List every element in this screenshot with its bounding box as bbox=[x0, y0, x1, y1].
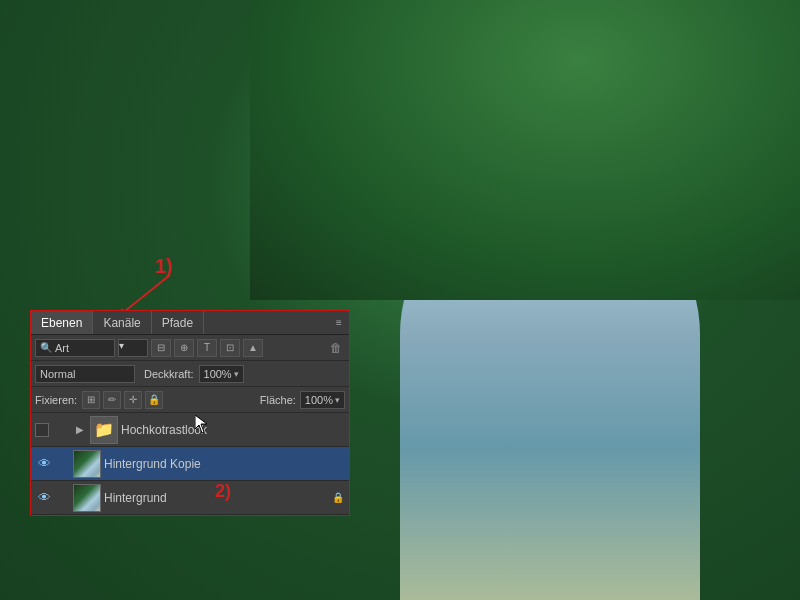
panel-menu-icon[interactable]: ≡ bbox=[329, 311, 349, 334]
layer-visibility-hintergrund[interactable]: 👁 bbox=[35, 489, 53, 507]
blend-mode-select[interactable]: Normal bbox=[35, 365, 135, 383]
fill-control[interactable]: 100% ▾ bbox=[300, 391, 345, 409]
lock-position-btn[interactable]: ✛ bbox=[124, 391, 142, 409]
lock-row: Fixieren: ⊞ ✏ ✛ 🔒 Fläche: 100% ▾ bbox=[31, 387, 349, 413]
layer-expand-hintergrund-kopie[interactable] bbox=[56, 455, 70, 473]
lock-paint-btn[interactable]: ✏ bbox=[103, 391, 121, 409]
layer-thumb-hochkotrastlook: 📁 bbox=[90, 416, 118, 444]
fill-label: Fläche: bbox=[260, 394, 296, 406]
filter-btn-smart[interactable]: ▲ bbox=[243, 339, 263, 357]
tab-kanaele[interactable]: Kanäle bbox=[93, 311, 151, 334]
fill-value: 100% bbox=[305, 394, 333, 406]
layer-expand-hintergrund[interactable] bbox=[56, 489, 70, 507]
opacity-value: 100% bbox=[204, 368, 232, 380]
layer-row-hintergrund-kopie[interactable]: 👁 Hintergrund Kopie bbox=[31, 447, 349, 481]
filter-right-area: 🗑 bbox=[327, 339, 345, 357]
filter-btn-shape[interactable]: ⊡ bbox=[220, 339, 240, 357]
filter-type-select[interactable]: ▾ bbox=[118, 339, 148, 357]
layer-row-hintergrund[interactable]: 👁 Hintergrund 🔒 bbox=[31, 481, 349, 515]
tab-pfade[interactable]: Pfade bbox=[152, 311, 204, 334]
trash-icon[interactable]: 🗑 bbox=[327, 339, 345, 357]
layer-visibility-hintergrund-kopie[interactable]: 👁 bbox=[35, 455, 53, 473]
layer-name-hintergrund-kopie: Hintergrund Kopie bbox=[104, 457, 345, 471]
opacity-label: Deckkraft: bbox=[144, 368, 194, 380]
bg-gradient bbox=[250, 0, 800, 300]
opacity-dropdown-icon: ▾ bbox=[234, 369, 239, 379]
layer-thumb-hintergrund-kopie bbox=[73, 450, 101, 478]
lock-label: Fixieren: bbox=[35, 394, 77, 406]
layer-row-hochkotrastlook[interactable]: ▶ 📁 Hochkotrastlook bbox=[31, 413, 349, 447]
annotation-label-2: 2) bbox=[215, 481, 231, 502]
filter-search-box[interactable]: 🔍 Art bbox=[35, 339, 115, 357]
filter-btn-image[interactable]: ⊟ bbox=[151, 339, 171, 357]
fill-area: Fläche: 100% ▾ bbox=[260, 391, 345, 409]
tab-ebenen[interactable]: Ebenen bbox=[31, 311, 93, 334]
layer-checkbox[interactable] bbox=[35, 423, 49, 437]
filter-btn-adjust[interactable]: ⊕ bbox=[174, 339, 194, 357]
layers-panel: Ebenen Kanäle Pfade ≡ 🔍 Art ▾ ⊟ ⊕ T ⊡ ▲ … bbox=[30, 310, 350, 516]
layer-name-hochkotrastlook: Hochkotrastlook bbox=[121, 423, 345, 437]
layer-visibility-hochkotrastlook[interactable] bbox=[52, 421, 70, 439]
opacity-control[interactable]: 100% ▾ bbox=[199, 365, 244, 383]
lock-pixels-btn[interactable]: ⊞ bbox=[82, 391, 100, 409]
panel-tabs: Ebenen Kanäle Pfade ≡ bbox=[31, 311, 349, 335]
layer-expand-hochkotrastlook[interactable]: ▶ bbox=[73, 421, 87, 439]
filter-search-text: Art bbox=[55, 342, 69, 354]
lock-all-btn[interactable]: 🔒 bbox=[145, 391, 163, 409]
blend-row: Normal Deckkraft: 100% ▾ bbox=[31, 361, 349, 387]
layer-lock-icon-hintergrund: 🔒 bbox=[331, 491, 345, 505]
fill-dropdown-icon: ▾ bbox=[335, 395, 340, 405]
search-icon: 🔍 bbox=[40, 342, 52, 353]
filter-row: 🔍 Art ▾ ⊟ ⊕ T ⊡ ▲ 🗑 bbox=[31, 335, 349, 361]
svg-line-0 bbox=[120, 275, 170, 315]
filter-btn-text[interactable]: T bbox=[197, 339, 217, 357]
layer-thumb-hintergrund bbox=[73, 484, 101, 512]
